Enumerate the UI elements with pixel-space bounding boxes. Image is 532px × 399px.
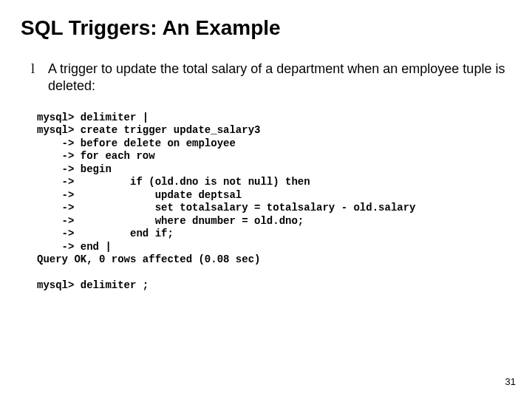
code-block: mysql> delimiter | mysql> create trigger… (37, 112, 511, 293)
bullet-item: l A trigger to update the total salary o… (31, 61, 511, 95)
bullet-marker: l (31, 61, 35, 78)
page-number: 31 (505, 376, 516, 387)
bullet-text: A trigger to update the total salary of … (48, 61, 511, 95)
slide-title: SQL Triggers: An Example (21, 16, 511, 40)
